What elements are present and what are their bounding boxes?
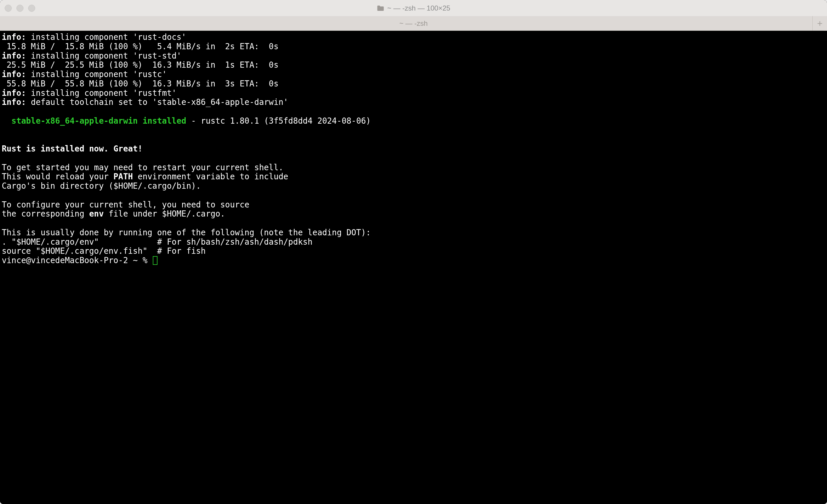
terminal-text-segment: info: (2, 32, 26, 42)
terminal-line (2, 107, 825, 116)
terminal-line: To configure your current shell, you nee… (2, 200, 825, 210)
tab-label: ~ — -zsh (399, 19, 428, 27)
terminal-text-segment: info: (2, 97, 26, 107)
terminal-text-segment: . "$HOME/.cargo/env" # For sh/bash/zsh/a… (2, 237, 312, 246)
terminal-text-segment: environment variable to include (133, 172, 288, 181)
terminal-output-area[interactable]: info: installing component 'rust-docs' 1… (0, 31, 827, 504)
terminal-text-segment: source "$HOME/.cargo/env.fish" # For fis… (2, 246, 206, 256)
terminal-line: To get started you may need to restart y… (2, 163, 825, 172)
terminal-line: info: default toolchain set to 'stable-x… (2, 98, 825, 107)
terminal-line: stable-x86_64-apple-darwin installed - r… (2, 116, 825, 126)
terminal-text-segment: info: (2, 69, 26, 79)
terminal-line: This is usually done by running one of t… (2, 228, 825, 237)
terminal-text-segment: Rust is installed now. Great! (2, 144, 143, 153)
terminal-text-segment: info: (2, 51, 26, 60)
terminal-line (2, 154, 825, 163)
terminal-line: info: installing component 'rust-std' (2, 51, 825, 61)
terminal-line: 25.5 MiB / 25.5 MiB (100 %) 16.3 MiB/s i… (2, 60, 825, 70)
plus-icon: + (817, 18, 823, 29)
terminal-line: info: installing component 'rust-docs' (2, 33, 825, 42)
terminal-line: . "$HOME/.cargo/env" # For sh/bash/zsh/a… (2, 237, 825, 247)
terminal-line (2, 191, 825, 200)
terminal-line: info: installing component 'rustfmt' (2, 89, 825, 98)
terminal-line: source "$HOME/.cargo/env.fish" # For fis… (2, 246, 825, 256)
terminal-line: Rust is installed now. Great! (2, 144, 825, 154)
tabbar: ~ — -zsh + (0, 16, 827, 31)
window-title-text: ~ — -zsh — 100×25 (387, 4, 450, 12)
terminal-text-segment: Cargo's bin directory ($HOME/.cargo/bin)… (2, 181, 201, 190)
terminal-text-segment: 15.8 MiB / 15.8 MiB (100 %) 5.4 MiB/s in… (2, 42, 279, 51)
terminal-text-segment: stable-x86_64-apple-darwin installed (2, 116, 186, 125)
cursor-block (153, 256, 157, 265)
terminal-text-segment: installing component 'rustc' (26, 69, 167, 79)
terminal-text-segment: env (89, 209, 104, 218)
window-title: ~ — -zsh — 100×25 (377, 4, 450, 12)
terminal-line: info: installing component 'rustc' (2, 70, 825, 79)
terminal-line: 55.8 MiB / 55.8 MiB (100 %) 16.3 MiB/s i… (2, 79, 825, 89)
terminal-text-segment: info: (2, 88, 26, 98)
terminal-line: This would reload your PATH environment … (2, 172, 825, 181)
terminal-text-segment: To configure your current shell, you nee… (2, 200, 249, 209)
terminal-text-segment: 55.8 MiB / 55.8 MiB (100 %) 16.3 MiB/s i… (2, 79, 279, 88)
terminal-text-segment: the corresponding (2, 209, 89, 218)
terminal-text-segment: 25.5 MiB / 25.5 MiB (100 %) 16.3 MiB/s i… (2, 60, 279, 69)
terminal-line (2, 135, 825, 144)
terminal-text-segment: installing component 'rustfmt' (26, 88, 177, 98)
terminal-prompt-line[interactable]: vince@vincedeMacBook-Pro-2 ~ % (2, 256, 825, 265)
terminal-text-segment: PATH (113, 172, 133, 181)
terminal-line (2, 219, 825, 228)
terminal-text-segment: This would reload your (2, 172, 113, 181)
terminal-text-segment: installing component 'rust-std' (26, 51, 182, 60)
folder-icon (377, 5, 384, 11)
titlebar[interactable]: ~ — -zsh — 100×25 (0, 0, 827, 16)
terminal-text-segment: To get started you may need to restart y… (2, 163, 283, 172)
terminal-text-segment: installing component 'rust-docs' (26, 32, 186, 42)
tab-active[interactable]: ~ — -zsh (399, 19, 428, 27)
shell-prompt: vince@vincedeMacBook-Pro-2 ~ % (2, 256, 152, 265)
terminal-line: Cargo's bin directory ($HOME/.cargo/bin)… (2, 181, 825, 191)
zoom-button[interactable] (28, 5, 35, 12)
terminal-text-segment: default toolchain set to 'stable-x86_64-… (26, 97, 288, 107)
new-tab-button[interactable]: + (812, 16, 827, 31)
close-button[interactable] (5, 5, 12, 12)
terminal-line: the corresponding env file under $HOME/.… (2, 209, 825, 219)
terminal-text-segment: - rustc 1.80.1 (3f5fd8dd4 2024-08-06) (186, 116, 371, 125)
traffic-lights (5, 5, 35, 12)
terminal-text-segment: This is usually done by running one of t… (2, 228, 371, 237)
terminal-line: 15.8 MiB / 15.8 MiB (100 %) 5.4 MiB/s in… (2, 42, 825, 51)
terminal-line (2, 126, 825, 135)
terminal-window: ~ — -zsh — 100×25 ~ — -zsh + info: insta… (0, 0, 827, 504)
terminal-text-segment: file under $HOME/.cargo. (104, 209, 225, 218)
minimize-button[interactable] (16, 5, 23, 12)
